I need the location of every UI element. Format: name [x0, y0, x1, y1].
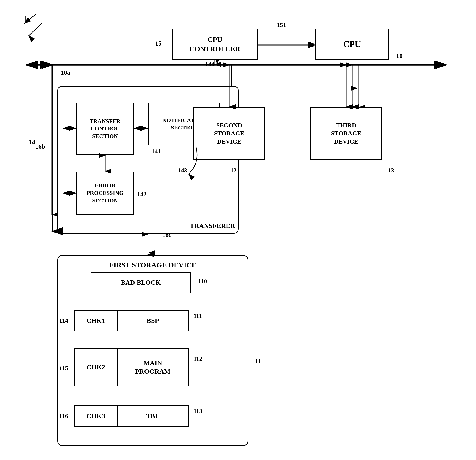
bad-block-label: BAD BLOCK — [121, 278, 161, 287]
chk2-label: CHK2 — [87, 363, 105, 371]
ref-144: 144 — [205, 61, 215, 68]
cpu-controller-box: CPU CONTROLLER — [172, 29, 258, 60]
third-storage-label: THIRD STORAGE DEVICE — [331, 121, 361, 146]
ref-14: 14 — [29, 138, 35, 146]
chk3-label: CHK3 — [87, 412, 105, 420]
diagram: 1 CPU CONTROLLER 15 CPU 10 151 144 16a 1… — [0, 0, 476, 460]
cpu-controller-label: CPU CONTROLLER — [189, 35, 240, 53]
transferer-label: TRANSFERER — [190, 222, 235, 230]
chk3-box: CHK3 — [74, 405, 117, 427]
ref-115: 115 — [59, 365, 68, 372]
chk2-box: CHK2 — [74, 348, 117, 386]
ref1-arrow — [21, 12, 45, 26]
second-storage-box: SECOND STORAGE DEVICE — [193, 107, 265, 160]
ref-10: 10 — [396, 52, 402, 60]
first-storage-label: FIRST STORAGE DEVICE — [109, 260, 196, 270]
main-program-label: MAIN PROGRAM — [135, 359, 170, 376]
tbl-label: TBL — [146, 412, 160, 420]
ref-116: 116 — [59, 412, 68, 420]
ref-142: 142 — [137, 191, 147, 198]
chk1-label: CHK1 — [87, 316, 105, 325]
svg-line-21 — [24, 14, 36, 24]
transfer-control-label: TRANSFER CONTROL SECTION — [90, 118, 120, 140]
main-program-box: MAIN PROGRAM — [117, 348, 189, 386]
error-processing-box: ERROR PROCESSING SECTION — [76, 172, 134, 215]
ref-114: 114 — [59, 317, 68, 324]
transfer-control-box: TRANSFER CONTROL SECTION — [76, 103, 134, 155]
third-storage-box: THIRD STORAGE DEVICE — [310, 107, 382, 160]
ref-16b: 16b — [35, 143, 45, 150]
ref-11: 11 — [255, 358, 261, 365]
ref-141: 141 — [152, 148, 161, 155]
ref-143: 143 — [178, 167, 187, 174]
chk1-box: CHK1 — [74, 310, 117, 331]
bad-block-box: BAD BLOCK — [91, 272, 191, 293]
ref-110: 110 — [198, 278, 207, 285]
cpu-box: CPU — [315, 29, 389, 60]
ref-15: 15 — [155, 40, 161, 47]
cpu-label: CPU — [343, 39, 361, 50]
tbl-box: TBL — [117, 405, 189, 427]
bsp-label: BSP — [147, 316, 159, 325]
ref-113: 113 — [193, 408, 203, 415]
second-storage-label: SECOND STORAGE DEVICE — [214, 121, 245, 146]
ref-16c: 16c — [162, 231, 171, 238]
ref-111: 111 — [193, 312, 202, 320]
bsp-box: BSP — [117, 310, 189, 331]
ref-112: 112 — [193, 355, 203, 362]
ref-151: 151 — [277, 21, 286, 29]
ref-12: 12 — [230, 167, 237, 174]
ref-16a: 16a — [61, 69, 70, 76]
error-processing-label: ERROR PROCESSING SECTION — [86, 182, 124, 204]
ref-13: 13 — [388, 167, 394, 174]
